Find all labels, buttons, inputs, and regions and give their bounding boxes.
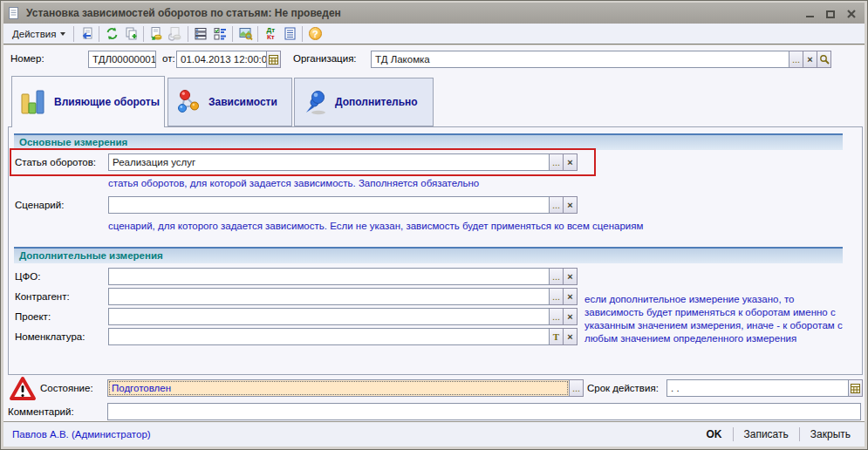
molecule-icon xyxy=(176,89,201,115)
nomenclature-label: Номенклатура: xyxy=(15,331,85,342)
contractor-input[interactable] xyxy=(108,288,550,305)
cfo-input[interactable] xyxy=(108,268,550,285)
save-button[interactable]: Записать xyxy=(739,426,794,442)
article-clear-button[interactable]: × xyxy=(563,153,578,171)
warning-icon xyxy=(9,376,37,402)
article-label: Статья оборотов: xyxy=(15,157,96,167)
refresh-icon xyxy=(105,26,120,41)
minimize-button[interactable] xyxy=(803,7,816,19)
contractor-clear-button[interactable]: × xyxy=(563,288,578,305)
close-icon xyxy=(846,9,857,19)
validity-input[interactable]: . . xyxy=(666,379,849,397)
additional-dimensions-hint: если дополнительное измерение указано, т… xyxy=(584,293,849,345)
current-user: Павлов А.В. (Администратор) xyxy=(12,429,701,440)
tab-additional[interactable]: Дополнительно xyxy=(294,78,434,126)
structure-icon xyxy=(194,26,208,41)
tab-content-panel: Основные измерения Статья оборотов: Реал… xyxy=(8,126,863,375)
organization-select-button[interactable]: ... xyxy=(789,51,803,68)
state-select-button[interactable]: ... xyxy=(569,379,584,397)
settings-list-button[interactable] xyxy=(210,24,229,43)
organization-search-button[interactable] xyxy=(817,51,831,68)
footer-separator xyxy=(733,427,734,441)
date-label: от: xyxy=(162,53,175,64)
window-title: Установка зависимостей оборотов по стать… xyxy=(26,7,803,19)
cfo-select-button[interactable]: ... xyxy=(549,268,564,285)
organization-input[interactable]: ТД Лакомка xyxy=(371,51,789,68)
cfo-label: ЦФО: xyxy=(15,271,40,282)
registers-button[interactable] xyxy=(280,24,299,43)
footer-bar: Павлов А.В. (Администратор) OK Записать … xyxy=(3,421,865,447)
toolbar: Действия xyxy=(3,24,865,44)
organization-clear-button[interactable]: × xyxy=(803,51,817,68)
project-input[interactable] xyxy=(108,308,550,325)
tab-dependencies[interactable]: Зависимости xyxy=(167,78,292,126)
reread-icon xyxy=(79,26,94,41)
article-input[interactable]: Реализация услуг xyxy=(108,153,550,171)
title-bar: Установка зависимостей оборотов по стать… xyxy=(3,3,865,24)
toolbar-separator xyxy=(232,26,233,42)
post-document-button[interactable] xyxy=(147,24,166,43)
nomenclature-clear-button[interactable]: × xyxy=(563,328,578,345)
close-button[interactable] xyxy=(845,7,858,19)
calendar-button[interactable] xyxy=(266,51,281,68)
number-input[interactable]: ТДЛ00000001 xyxy=(88,51,156,68)
help-button[interactable]: ? xyxy=(305,24,325,43)
article-hint: статья оборотов, для которой задается за… xyxy=(108,178,479,188)
scenario-select-button[interactable]: ... xyxy=(549,196,564,214)
unpost-document-button[interactable] xyxy=(166,24,185,43)
nomenclature-input[interactable] xyxy=(108,328,550,345)
calendar-icon xyxy=(851,384,860,393)
reread-button[interactable] xyxy=(77,24,96,43)
project-select-button[interactable]: ... xyxy=(549,308,564,325)
pushpin-icon xyxy=(303,89,327,115)
search-icon xyxy=(819,54,830,65)
tab-influencing-turnovers[interactable]: Влияющие обороты xyxy=(11,76,165,127)
toolbar-separator xyxy=(73,26,74,42)
ok-button[interactable]: OK xyxy=(701,426,728,442)
dtkt-icon: Дт Кт xyxy=(267,27,276,41)
validity-calendar-button[interactable] xyxy=(848,379,863,397)
date-input[interactable]: 01.04.2013 12:00:00 xyxy=(176,51,267,68)
tab-label: Зависимости xyxy=(208,96,277,108)
structure-button[interactable] xyxy=(191,24,210,43)
contractor-select-button[interactable]: ... xyxy=(549,288,564,305)
calendar-icon xyxy=(269,55,278,65)
post-icon xyxy=(149,26,164,41)
actions-menu-button[interactable]: Действия xyxy=(7,27,71,41)
document-window: Установка зависимостей оборотов по стать… xyxy=(0,0,868,450)
article-select-button[interactable]: ... xyxy=(549,153,564,171)
scenario-clear-button[interactable]: × xyxy=(563,196,578,214)
state-input[interactable]: Подготовлен xyxy=(107,379,570,397)
chevron-down-icon xyxy=(60,32,65,36)
footer-separator xyxy=(799,427,800,441)
section-additional-dimensions: Дополнительные измерения xyxy=(14,247,843,263)
scenario-label: Сценарий: xyxy=(15,200,64,210)
copy-button[interactable] xyxy=(121,24,140,43)
scenario-input[interactable] xyxy=(108,196,550,214)
related-documents-button[interactable] xyxy=(236,24,255,43)
toolbar-separator xyxy=(99,26,99,42)
nomenclature-text-button[interactable]: T xyxy=(549,328,564,345)
contractor-label: Контрагент: xyxy=(15,291,70,302)
maximize-button[interactable] xyxy=(824,7,837,19)
registers-icon xyxy=(283,26,297,41)
organization-label: Организация: xyxy=(293,53,357,64)
cfo-clear-button[interactable]: × xyxy=(563,268,578,285)
validity-label: Срок действия: xyxy=(587,383,659,393)
toolbar-separator xyxy=(302,26,303,42)
close-window-button[interactable]: Закрыть xyxy=(805,426,856,442)
related-picture-icon xyxy=(238,26,253,41)
refresh-button[interactable] xyxy=(102,24,121,43)
project-clear-button[interactable]: × xyxy=(563,308,578,325)
toolbar-separator xyxy=(257,26,258,42)
unpost-icon xyxy=(168,26,183,41)
comment-input[interactable] xyxy=(107,403,861,420)
form-area: Номер: ТДЛ00000001 от: 01.04.2013 12:00:… xyxy=(3,45,865,447)
tab-label: Дополнительно xyxy=(335,96,418,108)
scenario-hint: сценарий, для которого задается зависимо… xyxy=(108,221,643,231)
maximize-icon xyxy=(826,10,835,18)
dtkt-button[interactable]: Дт Кт xyxy=(261,24,280,43)
actions-label: Действия xyxy=(12,29,56,39)
toolbar-separator xyxy=(188,26,188,42)
tab-label: Влияющие обороты xyxy=(54,96,160,108)
